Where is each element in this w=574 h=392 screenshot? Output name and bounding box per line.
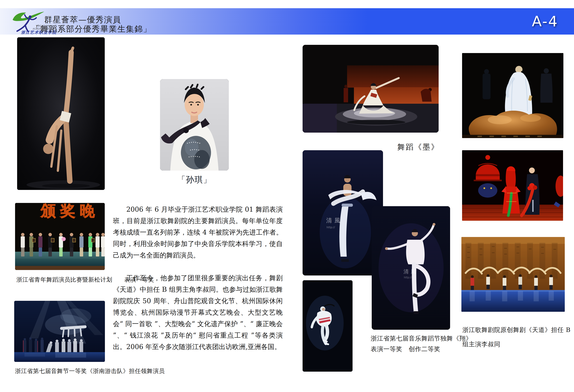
caption-xiang-line1: 浙江省第七届音乐舞蹈节独舞《翔》	[371, 334, 472, 343]
header-title-line2: 「舞蹈系部分優秀畢業生集錦」	[32, 24, 152, 34]
caption-tiandao: 浙江歌舞剧院原创舞剧《天道》担任 B 组主演李叔同	[462, 323, 574, 351]
photo-portrait	[160, 79, 229, 171]
watermark-text-2: 清風	[404, 268, 418, 274]
photo-dancer-pose	[17, 37, 105, 190]
caption-dance-mo: 舞蹈《墨》	[397, 142, 439, 152]
bio-paragraph-1: 2006 年 6 月毕业于浙江艺术职业学院 01 舞蹈表演班，目前是浙江歌舞剧院…	[113, 204, 283, 261]
photo-jump	[303, 280, 352, 372]
award-banner-text: 颁奖晚	[40, 203, 99, 220]
photo-red-wedding	[462, 150, 563, 221]
photo-dance-mo	[303, 45, 439, 133]
brochure-page: VOCATIONAL ACADEMY OF ART 浙江艺术职业学院 群星薈萃—…	[0, 0, 574, 392]
biography-text: 2006 年 6 月毕业于浙江艺术职业学院 01 舞蹈表演班，目前是浙江歌舞剧院…	[113, 204, 283, 352]
photo-leg-raise: 清風 http://	[372, 206, 450, 330]
watermark-text: 清風	[326, 217, 343, 224]
caption-guerrilla: 浙江省第七届音舞节一等奖《浙南游击队》担任领舞演员	[15, 367, 165, 375]
profile-name: 「孙琪」	[160, 174, 229, 185]
photo-guerrilla-stage	[14, 301, 105, 362]
photo-tiandao-group	[461, 237, 565, 312]
caption-xiang-line2: 表演一等奖 创作二等奖	[371, 345, 440, 353]
watermark-url: http://	[327, 226, 335, 229]
red-beast-figure	[478, 183, 497, 198]
photo-ink-mound	[462, 53, 563, 138]
page-number-badge: A-4	[532, 13, 558, 30]
watermark-url-2: http://	[404, 276, 412, 279]
bio-paragraph-2: 工作至今，他参加了团里很多重要的演出任务，舞剧《天道》中担任 B 组男主角李叔同…	[113, 272, 283, 352]
photo-award-ceremony: 颁奖晚	[15, 203, 105, 270]
photo-white-sleeves: 清風 http://	[303, 150, 383, 275]
